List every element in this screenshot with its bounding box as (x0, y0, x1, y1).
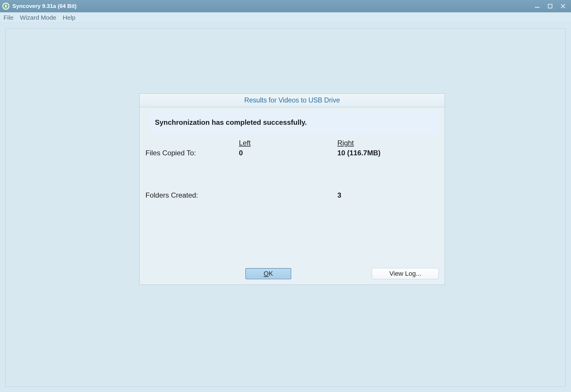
minimize-button[interactable] (533, 2, 541, 10)
row-label-files-copied: Files Copied To: (145, 149, 239, 157)
results-dialog: Results for Videos to USB Drive Synchron… (139, 93, 445, 285)
maximize-button[interactable] (546, 2, 554, 10)
column-header-right: Right (337, 139, 439, 147)
menu-file[interactable]: File (2, 14, 15, 22)
files-copied-left: 0 (239, 149, 337, 157)
app-window: Syncovery 9.31a (64 Bit) File Wizard Mod… (0, 0, 571, 392)
menu-help[interactable]: Help (62, 14, 77, 22)
menu-wizard-mode[interactable]: Wizard Mode (19, 14, 58, 22)
status-message: Synchronization has completed successful… (150, 111, 439, 134)
folders-created-right: 3 (337, 191, 439, 199)
window-controls (533, 2, 569, 10)
window-title: Syncovery 9.31a (64 Bit) (12, 3, 77, 9)
menubar: File Wizard Mode Help (0, 12, 571, 23)
ok-button-mnemonic: O (264, 270, 269, 277)
ok-button-rest: K (269, 270, 273, 277)
view-log-button[interactable]: View Log... (372, 268, 439, 279)
dialog-title: Results for Videos to USB Drive (140, 94, 445, 107)
titlebar: Syncovery 9.31a (64 Bit) (0, 0, 571, 12)
row-label-folders-created: Folders Created: (145, 191, 239, 199)
results-grid: Left Right Files Copied To: 0 10 (116.7M… (145, 139, 439, 201)
column-header-left: Left (239, 139, 337, 147)
svg-rect-4 (548, 4, 552, 8)
files-copied-right: 10 (116.7MB) (337, 149, 439, 157)
close-button[interactable] (559, 2, 567, 10)
client-area: Results for Videos to USB Drive Synchron… (0, 23, 571, 392)
dialog-buttons: OK View Log... (140, 267, 445, 280)
app-icon (2, 3, 9, 10)
ok-button[interactable]: OK (245, 268, 291, 279)
content-frame: Results for Videos to USB Drive Synchron… (5, 28, 566, 387)
